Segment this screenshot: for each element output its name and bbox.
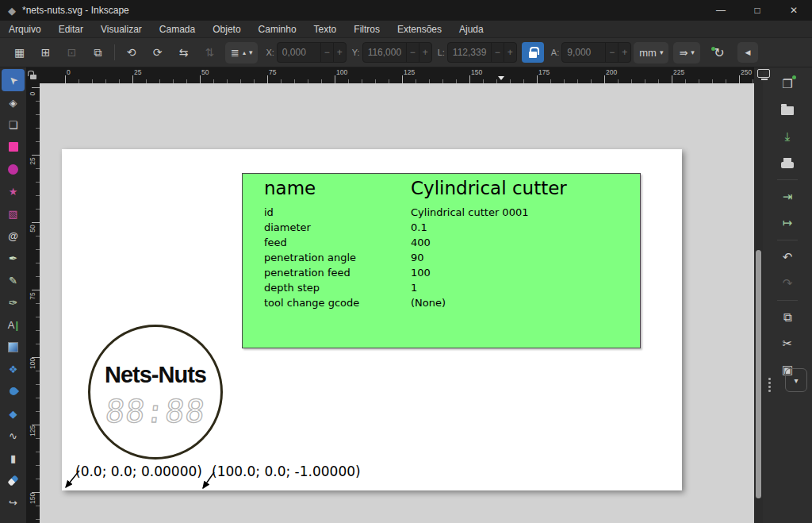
save-button[interactable]: ⤓ bbox=[774, 125, 801, 148]
height-field[interactable]: 9,000 − + bbox=[561, 42, 631, 63]
toolbar-collapse-button[interactable]: ◀ bbox=[737, 42, 758, 63]
tool-gradient[interactable] bbox=[2, 336, 25, 358]
scale-options-dropdown[interactable]: ⇛ ▾ bbox=[673, 42, 699, 63]
tool-parameters-table[interactable]: name Cylindrical cutter id Cylindrical c… bbox=[242, 173, 641, 348]
tool-dropper[interactable] bbox=[2, 380, 25, 402]
chevron-down-icon: ▾ bbox=[249, 48, 253, 56]
svg-page[interactable]: name Cylindrical cutter id Cylindrical c… bbox=[62, 149, 682, 490]
horizontal-ruler[interactable]: 0 25 50 75 100 125 150 175 200 225 250 bbox=[40, 67, 754, 83]
panel-drag-handle[interactable] bbox=[768, 378, 771, 394]
maximize-button[interactable]: □ bbox=[739, 0, 776, 21]
vruler-label: 150 bbox=[29, 493, 36, 504]
menu-editar[interactable]: Editar bbox=[50, 21, 92, 37]
tool-3d-box[interactable]: ▧ bbox=[2, 202, 25, 225]
tool-eraser[interactable] bbox=[2, 469, 25, 491]
table-row: penetration angle 90 bbox=[264, 250, 528, 265]
x-minus-button[interactable]: − bbox=[320, 43, 333, 62]
tool-spray[interactable]: ▮ bbox=[2, 447, 25, 469]
nets-nuts-logo[interactable]: Nets-Nuts 88:88 bbox=[88, 325, 223, 460]
width-plus-button[interactable]: + bbox=[504, 43, 516, 62]
menu-filtros[interactable]: Filtros bbox=[345, 21, 389, 37]
tool-paint-bucket[interactable]: ◆ bbox=[2, 402, 25, 425]
open-button[interactable] bbox=[774, 98, 801, 122]
x-value[interactable]: 0,000 bbox=[278, 47, 320, 58]
menu-objeto[interactable]: Objeto bbox=[204, 21, 249, 37]
snap-controls-button[interactable]: ↻ bbox=[707, 42, 731, 63]
export-button[interactable]: ↦ bbox=[774, 211, 801, 235]
lock-ratio-button[interactable] bbox=[522, 42, 544, 63]
select-all-layers-icon[interactable]: ⊞ bbox=[33, 42, 59, 63]
menu-camada[interactable]: Camada bbox=[151, 21, 204, 37]
select-all-icon[interactable]: ▦ bbox=[6, 42, 33, 63]
height-minus-button[interactable]: − bbox=[605, 43, 618, 62]
command-bar-overflow-dropdown[interactable]: ▾ bbox=[785, 368, 807, 392]
tool-shape-builder[interactable]: ❏ bbox=[2, 113, 25, 136]
end-coordinate-annotation[interactable]: (100.0; 0.0; -1.00000) bbox=[212, 463, 361, 479]
command-bar: ❐ ⤓ ⇥ ↦ ↶ ↷ ⧉ ✂ ▣ bbox=[763, 67, 812, 523]
vertical-scrollbar[interactable] bbox=[754, 67, 763, 523]
tool-tweak[interactable]: ∿ bbox=[2, 425, 25, 447]
y-value[interactable]: 116,000 bbox=[363, 47, 406, 58]
menu-texto[interactable]: Texto bbox=[305, 21, 346, 37]
raise-lower-dropdown[interactable]: ≣ ▴ ▾ bbox=[225, 42, 258, 63]
tool-calligraphy[interactable]: ✑ bbox=[2, 291, 25, 313]
flip-horizontal-icon[interactable]: ⇆ bbox=[170, 42, 197, 63]
tool-spiral[interactable]: @ bbox=[2, 225, 25, 247]
menu-ajuda[interactable]: Ajuda bbox=[450, 21, 492, 37]
y-minus-button[interactable]: − bbox=[406, 43, 419, 62]
menu-visualizar[interactable]: Visualizar bbox=[92, 21, 151, 37]
table-row: id Cylindrical cutter 0001 bbox=[264, 205, 528, 220]
menu-arquivo[interactable]: Arquivo bbox=[0, 21, 50, 37]
guide-lock-corner[interactable] bbox=[26, 67, 40, 83]
rotate-cw-icon[interactable]: ⟳ bbox=[144, 42, 170, 63]
import-button[interactable]: ⇥ bbox=[774, 185, 801, 209]
tool-pen[interactable]: ✒ bbox=[2, 247, 25, 269]
height-plus-button[interactable]: + bbox=[618, 43, 630, 62]
tool-node-editor[interactable]: ◈ bbox=[2, 91, 25, 113]
tool-pencil[interactable]: ✎ bbox=[2, 269, 25, 291]
open-folder-icon bbox=[781, 106, 794, 115]
menu-extensoes[interactable]: Extensões bbox=[389, 21, 450, 37]
flip-vertical-icon[interactable]: ⇅ bbox=[197, 42, 223, 63]
width-minus-button[interactable]: − bbox=[491, 43, 504, 62]
x-plus-button[interactable]: + bbox=[333, 43, 346, 62]
display-mode-button[interactable] bbox=[757, 69, 772, 81]
y-plus-button[interactable]: + bbox=[419, 43, 431, 62]
table-row: penetration feed 100 bbox=[264, 265, 528, 280]
tool-mesh-gradient[interactable]: ❖ bbox=[2, 358, 25, 380]
unit-dropdown[interactable]: mm ▾ bbox=[634, 42, 668, 63]
tool-text[interactable]: A| bbox=[2, 313, 25, 336]
x-field[interactable]: 0,000 − + bbox=[277, 42, 347, 63]
tool-selector[interactable]: ➤ bbox=[2, 69, 25, 91]
deselect-icon[interactable]: ⊡ bbox=[59, 42, 85, 63]
ruler-ticks bbox=[32, 87, 40, 523]
redo-button[interactable]: ↷ bbox=[774, 271, 801, 295]
copy-button[interactable]: ⧉ bbox=[774, 306, 801, 329]
menu-caminho[interactable]: Caminho bbox=[250, 21, 305, 37]
width-field-label: L: bbox=[438, 48, 445, 57]
text-tool-icon: A bbox=[8, 319, 15, 331]
undo-button[interactable]: ↶ bbox=[774, 245, 801, 269]
minimize-button[interactable]: — bbox=[703, 0, 739, 21]
table-row: depth step 1 bbox=[264, 280, 528, 295]
height-value[interactable]: 9,000 bbox=[562, 47, 605, 58]
tool-connector[interactable]: ↪ bbox=[2, 491, 25, 513]
selection-frame-icon[interactable]: ⧉ bbox=[85, 42, 111, 63]
cut-button[interactable]: ✂ bbox=[774, 332, 801, 356]
y-field-label: Y: bbox=[352, 48, 360, 57]
canvas[interactable]: name Cylindrical cutter id Cylindrical c… bbox=[40, 83, 754, 523]
vertical-ruler[interactable]: 0 25 50 75 100 125 150 bbox=[26, 83, 40, 523]
tool-ellipse[interactable] bbox=[2, 158, 25, 180]
new-document-button[interactable]: ❐ bbox=[774, 72, 801, 96]
close-button[interactable]: ✕ bbox=[776, 0, 812, 21]
vertical-scrollbar-thumb[interactable] bbox=[756, 250, 761, 498]
width-field[interactable]: 112,339 − + bbox=[447, 42, 517, 63]
rotate-ccw-icon[interactable]: ⟲ bbox=[118, 42, 144, 63]
y-field[interactable]: 116,000 − + bbox=[362, 42, 432, 63]
print-button[interactable] bbox=[774, 151, 801, 175]
origin-coordinate-annotation[interactable]: (0.0; 0.0; 0.00000) bbox=[75, 463, 202, 479]
tool-star[interactable]: ★ bbox=[2, 180, 25, 202]
width-value[interactable]: 112,339 bbox=[448, 47, 491, 58]
separator bbox=[777, 300, 798, 301]
tool-rectangle[interactable] bbox=[2, 136, 25, 158]
